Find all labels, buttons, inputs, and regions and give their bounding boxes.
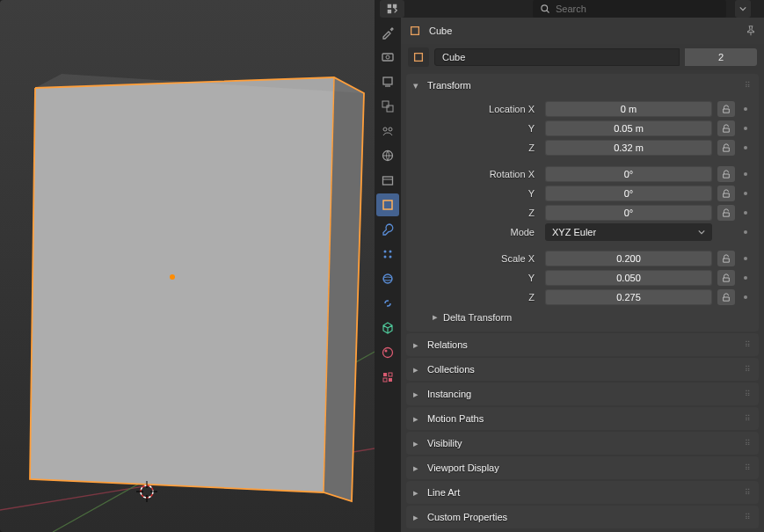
panel-transform-header[interactable]: ▾ Transform ⠿ [406,74,759,97]
svg-point-17 [386,55,389,59]
svg-rect-12 [393,4,397,8]
panel-relations-header[interactable]: ▸Relations⠿ [406,333,759,356]
rotation-mode-select[interactable]: XYZ Euler [545,223,712,241]
chevron-right-icon: ▸ [413,512,422,523]
field-rot-z[interactable]: 0° [545,205,712,221]
subpanel-title: Delta Transform [443,312,512,323]
lock-button[interactable] [717,186,735,201]
lock-button[interactable] [717,101,735,117]
panel-relations: ▸Relations⠿ [406,333,759,356]
svg-point-21 [383,128,387,131]
keyframe-dot[interactable] [744,211,747,215]
lock-button[interactable] [717,251,735,266]
panel-visibility-header[interactable]: ▸Visibility⠿ [406,432,759,455]
properties-content: Cube Cube 2 ▾ Transform ⠿ Location X0 [401,18,764,532]
svg-point-22 [389,128,392,131]
keyframe-dot[interactable] [744,127,747,130]
tab-world[interactable] [376,144,399,167]
keyframe-dot[interactable] [744,295,747,299]
svg-rect-38 [411,27,419,35]
field-loc-x[interactable]: 0 m [545,101,712,117]
keyframe-dot[interactable] [744,146,747,149]
field-scale-z[interactable]: 0.275 [545,289,712,305]
tab-scene[interactable] [376,120,399,142]
label-loc-y: Y [413,123,540,134]
drag-handle-icon[interactable]: ⠿ [745,81,752,90]
drag-handle-icon[interactable]: ⠿ [745,414,752,423]
field-loc-y[interactable]: 0.05 m [545,120,712,136]
svg-point-27 [389,251,392,253]
keyframe-dot[interactable] [744,192,747,195]
chevron-right-icon: ▸ [433,311,438,323]
field-scale-x[interactable]: 0.200 [545,251,712,266]
panel-line-art-header[interactable]: ▸Line Art⠿ [406,481,759,504]
svg-point-28 [384,256,387,259]
lock-button[interactable] [717,120,735,136]
drag-handle-icon[interactable]: ⠿ [745,439,752,448]
panel-instancing-header[interactable]: ▸Instancing⠿ [406,383,759,405]
label-scale-x: Scale X [413,253,540,264]
panel-motion-paths: ▸Motion Paths⠿ [406,407,759,430]
drag-handle-icon[interactable]: ⠿ [745,463,752,472]
panel-motion-paths-header[interactable]: ▸Motion Paths⠿ [406,407,759,430]
tab-mesh[interactable] [376,317,399,339]
drag-handle-icon[interactable]: ⠿ [745,340,752,349]
panel-custom-properties-header[interactable]: ▸Custom Properties⠿ [406,506,759,528]
lock-button[interactable] [717,270,735,286]
keyframe-dot[interactable] [744,107,747,111]
tab-particle[interactable] [376,243,399,266]
tab-collection[interactable] [376,169,399,192]
keyframe-dot[interactable] [744,230,747,234]
panel-collections: ▸Collections⠿ [406,358,759,381]
field-loc-z[interactable]: 0.32 m [545,140,712,156]
search-input[interactable] [556,4,719,14]
search-input-wrap[interactable] [533,0,726,18]
tab-constraint[interactable] [376,292,399,315]
pin-button[interactable] [745,25,757,37]
svg-point-29 [389,256,392,259]
field-rot-y[interactable]: 0° [545,186,712,201]
svg-rect-35 [389,373,392,376]
svg-marker-2 [30,77,334,492]
viewport-3d[interactable] [0,0,375,532]
field-rot-x[interactable]: 0° [545,166,712,182]
drag-handle-icon[interactable]: ⠿ [745,513,752,521]
subpanel-delta-transform[interactable]: ▸ Delta Transform [413,308,752,324]
drag-handle-icon[interactable]: ⠿ [745,365,752,374]
lock-button[interactable] [717,140,735,156]
svg-line-15 [547,11,549,13]
svg-point-31 [383,277,392,281]
datablock-name-field[interactable]: Cube [434,48,680,66]
tab-physics[interactable] [376,267,399,290]
panel-viewport-display-header[interactable]: ▸Viewport Display⠿ [406,456,759,479]
panel-collections-header[interactable]: ▸Collections⠿ [406,358,759,381]
tab-tool[interactable] [376,21,399,44]
tab-viewlayer[interactable] [376,95,399,118]
drag-handle-icon[interactable]: ⠿ [745,488,752,497]
lock-button[interactable] [717,205,735,221]
svg-rect-11 [388,4,391,8]
label-loc-z: Z [413,142,540,153]
tab-render[interactable] [376,46,399,69]
lock-button[interactable] [717,289,735,305]
keyframe-dot[interactable] [744,172,747,176]
datablock-browse[interactable] [408,47,429,67]
tab-output[interactable] [376,70,399,93]
editor-type-selector[interactable] [380,0,404,18]
properties-tabs [375,18,401,532]
options-dropdown[interactable] [735,0,751,18]
lock-button[interactable] [717,166,735,182]
tab-material[interactable] [376,341,399,364]
drag-handle-icon[interactable]: ⠿ [745,390,752,398]
keyframe-dot[interactable] [744,257,747,260]
keyframe-dot[interactable] [744,276,747,280]
tab-texture[interactable] [376,366,399,389]
chevron-right-icon: ▸ [413,339,422,351]
panel-title: Visibility [427,438,462,448]
field-scale-y[interactable]: 0.050 [545,270,712,286]
panel-title: Custom Properties [427,512,507,522]
datablock-name-text: Cube [442,52,465,62]
tab-modifier[interactable] [376,218,399,241]
tab-object[interactable] [376,193,399,216]
datablock-users[interactable]: 2 [685,48,757,66]
